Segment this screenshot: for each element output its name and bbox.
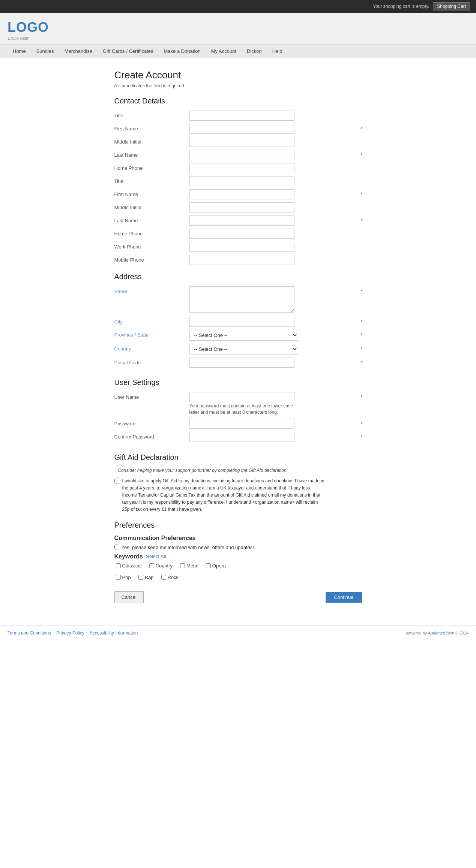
form-row-homephone2: Home Phone [114, 229, 362, 239]
keyword-label-pop: Pop [122, 575, 131, 580]
keyword-checkbox-opera[interactable] [206, 563, 211, 568]
gift-aid-checkbox[interactable] [114, 479, 119, 483]
label-mobilephone: Mobile Phone [114, 255, 189, 263]
input-mobilephone[interactable] [189, 255, 294, 265]
select-province[interactable]: -- Select One -- [189, 330, 298, 341]
keyword-checkbox-rap[interactable] [138, 575, 143, 580]
input-username[interactable] [189, 392, 294, 402]
keywords-row: Keywords Select All [114, 553, 362, 560]
button-row: Cancel Continue [114, 591, 362, 603]
field-street: * [189, 286, 362, 314]
keyword-checkbox-country[interactable] [149, 563, 154, 568]
form-row-lastname1: Last Name * [114, 150, 362, 160]
nav-merchandise[interactable]: Merchandise [59, 45, 98, 58]
keyword-classical: Classical [116, 563, 142, 569]
input-middleinitial1[interactable] [189, 137, 294, 147]
footer-accessibility[interactable]: Accessibility Information [90, 630, 138, 636]
field-lastname2: * [189, 216, 362, 226]
input-lastname2[interactable] [189, 216, 294, 226]
label-lastname1: Last Name [114, 150, 189, 158]
input-lastname1[interactable] [189, 150, 294, 160]
nav-dickon[interactable]: Dickon [242, 45, 267, 58]
required-star-firstname1: * [360, 126, 362, 132]
input-workphone[interactable] [189, 242, 294, 252]
input-title2[interactable] [189, 176, 294, 186]
input-firstname2[interactable] [189, 189, 294, 199]
audienceview-link[interactable]: AudienceView [428, 631, 454, 635]
footer-links: Terms and Conditions Privacy Policy Acce… [8, 630, 138, 636]
communication-pref-title: Communication Preferences [114, 535, 362, 542]
keyword-label-metal: Metal [186, 563, 198, 569]
form-row-password: Password * [114, 419, 362, 429]
input-confirmpassword[interactable] [189, 432, 294, 442]
label-province: Province / State [114, 330, 189, 338]
nav-gift-cards[interactable]: Gift Cards / Certificates [98, 45, 158, 58]
select-country[interactable]: -- Select One -- [189, 344, 298, 355]
keyword-checkbox-pop[interactable] [116, 575, 121, 580]
label-homephone2: Home Phone [114, 229, 189, 236]
input-city[interactable] [189, 317, 294, 327]
input-firstname1[interactable] [189, 124, 294, 134]
nav-home[interactable]: Home [8, 45, 31, 58]
gift-aid-checkbox-row: I would like to apply Gift Aid to my don… [114, 477, 324, 513]
label-username: User Name [114, 392, 189, 400]
cancel-button[interactable]: Cancel [114, 591, 144, 603]
keyword-checkbox-rock[interactable] [161, 575, 166, 580]
label-workphone: Work Phone [114, 242, 189, 250]
form-row-mobilephone: Mobile Phone [114, 255, 362, 265]
nav-help[interactable]: Help [267, 45, 288, 58]
form-row-middleinitial1: Middle Initial [114, 137, 362, 147]
address-title: Address [114, 272, 362, 281]
form-row-country: Country -- Select One -- * [114, 344, 362, 355]
footer-terms[interactable]: Terms and Conditions [8, 630, 51, 636]
communication-checkbox[interactable] [114, 545, 119, 549]
input-password[interactable] [189, 419, 294, 429]
field-workphone [189, 242, 362, 252]
form-row-city: City * [114, 317, 362, 327]
input-homephone2[interactable] [189, 229, 294, 239]
gift-aid-note: Consider helping make your support go fu… [118, 467, 306, 474]
required-star-lastname1: * [360, 152, 362, 158]
select-all-link[interactable]: Select All [146, 554, 166, 559]
input-homephone1[interactable] [189, 163, 294, 173]
keyword-checkbox-metal[interactable] [180, 563, 185, 568]
nav-my-account[interactable]: My Account [206, 45, 242, 58]
keyword-checkbox-classical[interactable] [116, 563, 121, 568]
footer-privacy[interactable]: Privacy Policy [56, 630, 84, 636]
form-row-title2: Title [114, 176, 362, 186]
input-title1[interactable] [189, 111, 294, 121]
form-row-homephone1: Home Phone [114, 163, 362, 173]
keyword-checkboxes: Classical Country Metal Opera [116, 563, 362, 569]
keyword-label-opera: Opera [212, 563, 226, 569]
contact-details-title: Contact Details [114, 97, 362, 105]
form-row-province: Province / State -- Select One -- * [114, 330, 362, 341]
label-postalcode: Postal Code [114, 358, 189, 365]
keyword-label-country: Country [156, 563, 173, 569]
field-confirmpassword: * [189, 432, 362, 442]
keyword-label-rock: Rock [168, 575, 179, 580]
label-confirmpassword: Confirm Password [114, 432, 189, 440]
logo: LOGO [8, 19, 468, 35]
nav-make-donation[interactable]: Make a Donation [158, 45, 206, 58]
required-star-password: * [360, 421, 362, 427]
input-postalcode[interactable] [189, 358, 294, 368]
field-homephone2 [189, 229, 362, 239]
main-content: Create Account A star indicates the fiel… [107, 58, 369, 626]
field-firstname2: * [189, 189, 362, 199]
form-row-middleinitial2: Middle Initial [114, 202, 362, 213]
keyword-label-classical: Classical [122, 563, 142, 569]
label-country: Country [114, 344, 189, 352]
field-title1 [189, 111, 362, 121]
nav-bundles[interactable]: Bundles [31, 45, 59, 58]
keyword-metal: Metal [180, 563, 198, 569]
main-nav: Home Bundles Merchandise Gift Cards / Ce… [0, 45, 476, 58]
shopping-cart-button[interactable]: Shopping Cart [433, 2, 470, 10]
input-middleinitial2[interactable] [189, 202, 294, 213]
required-star-username: * [360, 394, 362, 400]
label-firstname1: First Name [114, 124, 189, 132]
input-street[interactable] [189, 286, 294, 313]
continue-button[interactable]: Continue [326, 592, 362, 603]
field-title2 [189, 176, 362, 186]
field-firstname1: * [189, 124, 362, 134]
field-homephone1 [189, 163, 362, 173]
